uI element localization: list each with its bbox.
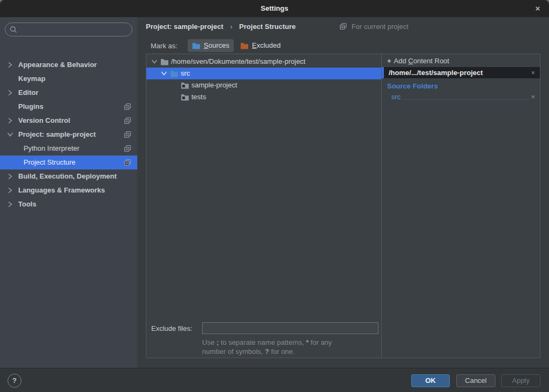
chevron-right-icon (7, 173, 13, 180)
directory-tree: /home/sven/Dokumente/test/sample-project… (146, 54, 381, 358)
chevron-down-icon (161, 70, 167, 77)
excluded-label: Excluded (252, 39, 280, 52)
exclude-files-label: Exclude files: (151, 323, 192, 334)
mark-as-label: Mark as: (151, 40, 177, 52)
sidebar-item-label: Python Interpreter (24, 142, 79, 156)
dotted-leader (402, 99, 530, 100)
sidebar-item-version-control[interactable]: Version Control (0, 114, 137, 128)
sidebar-item-label: Languages & Frameworks (18, 183, 105, 197)
tree-root-path: /home/sven/Dokumente/test/sample-project (171, 56, 306, 68)
sidebar-item-label: Project: sample-project (18, 128, 96, 142)
title-bar[interactable]: Settings × (0, 0, 549, 17)
selected-root-indicator (382, 67, 384, 78)
source-folder-icon (192, 42, 201, 49)
sidebar-item-label: Build, Execution, Deployment (18, 169, 116, 183)
apply-button[interactable]: Apply (501, 374, 540, 387)
settings-dialog: Settings × Appearance & Behavior Keymap … (0, 0, 549, 392)
sidebar-item-tools[interactable]: Tools (0, 197, 137, 211)
sidebar-item-appearance-behavior[interactable]: Appearance & Behavior (0, 58, 137, 72)
chevron-down-icon (151, 58, 158, 65)
excluded-folder-icon (240, 42, 249, 49)
sidebar-item-project-sample-project[interactable]: Project: sample-project (0, 128, 137, 142)
breadcrumb-separator-icon: › (230, 23, 232, 31)
content-root-row[interactable]: /home/.../test/sample-project × (382, 67, 540, 78)
current-project-icon (124, 103, 131, 110)
ok-button[interactable]: OK (411, 374, 450, 387)
mark-as-excluded-button[interactable]: Excluded (236, 39, 285, 52)
tree-node-label: tests (191, 91, 206, 103)
cancel-button[interactable]: Cancel (456, 374, 495, 387)
sidebar-item-plugins[interactable]: Plugins (0, 100, 137, 114)
plus-icon: + (387, 57, 391, 65)
search-box[interactable] (5, 23, 132, 36)
breadcrumb: Project: sample-project › Project Struct… (146, 22, 296, 32)
exclude-files-input[interactable] (202, 322, 379, 334)
sidebar-item-editor[interactable]: Editor (0, 86, 137, 100)
source-folder-entry[interactable]: src × (391, 91, 540, 102)
dialog-title: Settings (261, 4, 288, 12)
search-input[interactable] (20, 26, 122, 34)
current-project-icon (124, 159, 131, 166)
breadcrumb-page: Project Structure (239, 23, 295, 31)
search-icon (10, 26, 17, 33)
settings-sidebar: Appearance & Behavior Keymap Editor Plug… (0, 17, 137, 368)
chevron-right-icon (7, 90, 13, 96)
sidebar-item-python-interpreter[interactable]: Python Interpreter (0, 142, 137, 156)
tree-row-src-selected[interactable]: src (146, 68, 381, 79)
sidebar-item-label: Editor (18, 86, 39, 100)
folder-icon (160, 58, 169, 65)
sidebar-item-keymap[interactable]: Keymap (0, 72, 137, 86)
chevron-right-icon (7, 62, 13, 68)
source-folder-icon (170, 70, 179, 77)
remove-source-folder-icon[interactable]: × (531, 92, 540, 102)
tree-row-tests[interactable]: tests (146, 91, 381, 103)
current-project-icon (124, 145, 131, 152)
current-project-icon (339, 23, 347, 30)
current-project-icon (124, 117, 131, 124)
tree-node-label: sample-project (191, 79, 237, 91)
remove-content-root-icon[interactable]: × (526, 67, 540, 78)
sidebar-item-label: Appearance & Behavior (18, 58, 97, 72)
source-folder-name: src (391, 92, 400, 102)
tree-row-sample-project[interactable]: sample-project (146, 79, 381, 91)
chevron-down-icon (7, 131, 13, 138)
content-root-path: /home/.../test/sample-project (389, 67, 526, 78)
dialog-footer: ? OK Cancel Apply (0, 368, 549, 392)
breadcrumb-project[interactable]: Project: sample-project (146, 23, 224, 31)
chevron-right-icon (7, 117, 13, 124)
close-icon[interactable]: × (531, 0, 545, 17)
folder-icon (181, 93, 189, 101)
tree-node-label: src (181, 68, 190, 79)
tree-row-content-root[interactable]: /home/sven/Dokumente/test/sample-project (146, 56, 381, 68)
sidebar-item-label: Plugins (18, 100, 43, 114)
source-folders-heading: Source Folders (387, 81, 438, 92)
add-content-root-button[interactable]: +Add Content Root (387, 56, 449, 66)
sidebar-item-label: Version Control (18, 114, 70, 128)
chevron-right-icon (7, 187, 13, 194)
sidebar-item-languages-frameworks[interactable]: Languages & Frameworks (0, 183, 137, 197)
sidebar-item-label: Tools (18, 197, 36, 211)
exclude-files-hint: Use ; to separate name patterns, * for a… (202, 338, 384, 356)
sidebar-item-build-execution-deployment[interactable]: Build, Execution, Deployment (0, 169, 137, 183)
help-button[interactable]: ? (8, 374, 21, 388)
project-structure-panels: /home/sven/Dokumente/test/sample-project… (146, 54, 540, 358)
sidebar-item-label: Project Structure (24, 156, 76, 169)
content-roots-pane: +Add Content Root /home/.../test/sample-… (381, 54, 540, 358)
mark-as-sources-button[interactable]: Sources (188, 39, 234, 52)
scope-indicator: For current project (339, 22, 409, 32)
sources-label: Sources (204, 39, 229, 52)
chevron-right-icon (7, 201, 13, 208)
sidebar-item-project-structure[interactable]: Project Structure (0, 156, 137, 169)
scope-label: For current project (352, 23, 409, 31)
folder-icon (181, 82, 189, 89)
sidebar-item-label: Keymap (18, 72, 46, 86)
current-project-icon (124, 131, 131, 138)
